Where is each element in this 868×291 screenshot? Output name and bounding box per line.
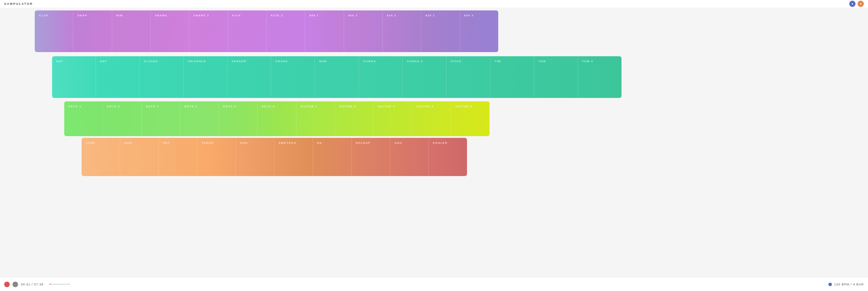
pad-cell-label: GUITAR 4 bbox=[417, 105, 434, 108]
pad-cell-label: CLAVES bbox=[144, 60, 158, 63]
pad-cell-label: GUITAR 5 bbox=[456, 105, 473, 108]
pad-cell[interactable]: CONGA 2 bbox=[403, 56, 446, 98]
pad-cell[interactable]: KEYS 4 bbox=[180, 101, 219, 136]
pad-cell-label: KEYS 5 bbox=[223, 105, 236, 108]
pad-cell-label: JYEA bbox=[86, 141, 95, 144]
pad-cell[interactable]: YEAUH bbox=[197, 138, 236, 176]
pad-cell[interactable]: 825 1 bbox=[421, 10, 460, 52]
pad-cell[interactable]: KEYS 6 bbox=[258, 101, 296, 136]
footer-right: 130 BPM / 4 BAR bbox=[828, 283, 864, 286]
pad-cell-label: SNAP bbox=[77, 14, 87, 17]
pad-cell[interactable]: KEYS 1 bbox=[64, 101, 103, 136]
pad-cell[interactable]: HA bbox=[313, 138, 352, 176]
pad-cell-label: HA bbox=[317, 141, 323, 144]
pad-cell[interactable]: HEY bbox=[159, 138, 197, 176]
pad-cell[interactable]: TRIANGLE bbox=[184, 56, 227, 98]
pad-cell[interactable]: GUITAR 3 bbox=[374, 101, 412, 136]
pad-cell-label: SNARE 2 bbox=[193, 14, 209, 17]
pad-cell[interactable]: SNARE 2 bbox=[189, 10, 228, 52]
pad-cell-label: KICK 2 bbox=[271, 14, 283, 17]
pad-cell-label: HAT bbox=[56, 60, 63, 63]
pad-cell-label: UGH bbox=[240, 141, 248, 144]
pad-cell-label: KEYS 3 bbox=[146, 105, 159, 108]
pad-cell-label: 824 2 bbox=[387, 14, 397, 17]
pad-cell-label: KEYS 1 bbox=[68, 105, 81, 108]
pad-cell[interactable]: DUN bbox=[315, 56, 359, 98]
pad-cell[interactable]: TOM bbox=[534, 56, 578, 98]
pad-cell[interactable]: CRASH bbox=[271, 56, 315, 98]
pad-cell[interactable]: JYEA bbox=[82, 138, 120, 176]
pad-cell-label: CRASH bbox=[275, 60, 288, 63]
pad-row-purple: CLAPSNAPRIMSNARESNARE 2KICKKICK 2808 180… bbox=[35, 10, 498, 52]
settings-button[interactable]: ● bbox=[858, 1, 864, 7]
pad-cell-label: CONGA bbox=[363, 60, 376, 63]
pad-cell-label: HAT bbox=[100, 60, 107, 63]
user-button[interactable]: ● bbox=[849, 1, 856, 7]
pad-cell[interactable]: 808 3 bbox=[460, 10, 498, 52]
pad-cell[interactable]: KEYS 3 bbox=[142, 101, 180, 136]
stop-button[interactable] bbox=[12, 282, 18, 287]
footer: 00:31 / 07:38 130 BPM / 4 BAR bbox=[0, 277, 868, 291]
pad-cell[interactable]: HAT bbox=[52, 56, 96, 98]
time-current: 00:31 bbox=[21, 283, 31, 286]
time-display: 00:31 / 07:38 bbox=[21, 283, 44, 286]
header-icons: ● ● bbox=[849, 1, 864, 7]
pad-cell[interactable]: SHAKER bbox=[227, 56, 271, 98]
pad-cell-label: KICK bbox=[232, 14, 241, 17]
pad-cell[interactable]: AWEYEAH bbox=[274, 138, 313, 176]
pad-cell[interactable]: KICK 2 bbox=[267, 10, 305, 52]
pad-cell-label: HOLDUP bbox=[356, 141, 371, 144]
pad-cell-label: HEY bbox=[163, 141, 170, 144]
pad-cell[interactable]: KEYS 2 bbox=[103, 101, 141, 136]
pad-cell[interactable]: 808 2 bbox=[344, 10, 383, 52]
pad-cell[interactable]: CLAVES bbox=[140, 56, 183, 98]
pad-cell[interactable]: GUITAR 5 bbox=[451, 101, 490, 136]
pad-cell[interactable]: HOLDUP bbox=[352, 138, 390, 176]
pad-cell-label: 808 1 bbox=[309, 14, 319, 17]
pad-cell[interactable]: TOM 2 bbox=[578, 56, 621, 98]
pad-cell[interactable]: KHALED bbox=[429, 138, 467, 176]
pad-row-teal: HATHATCLAVESTRIANGLESHAKERCRASHDUNCONGAC… bbox=[52, 56, 621, 98]
pad-row-green: KEYS 1KEYS 2KEYS 3KEYS 4KEYS 5KEYS 6GUIT… bbox=[64, 101, 490, 136]
pad-cell[interactable]: 824 2 bbox=[383, 10, 421, 52]
pad-cell[interactable]: CLAP bbox=[35, 10, 73, 52]
bpm-dot bbox=[828, 283, 832, 286]
pad-cell-label: KHALED bbox=[433, 141, 448, 144]
pad-cell[interactable]: UGH bbox=[390, 138, 429, 176]
pad-cell[interactable]: UGH bbox=[236, 138, 274, 176]
bpm-display: 130 BPM / 4 BAR bbox=[834, 283, 864, 286]
pad-cell-label: SHAKER bbox=[232, 60, 247, 63]
pad-cell[interactable]: STICK bbox=[446, 56, 490, 98]
pad-cell-label: RIM bbox=[116, 14, 123, 17]
pad-cell-label: UGH bbox=[394, 141, 402, 144]
pad-cell-label: CONGA 2 bbox=[407, 60, 423, 63]
pad-cell[interactable]: GUITAR 4 bbox=[412, 101, 451, 136]
pad-cell-label: CLAP bbox=[39, 14, 49, 17]
pad-cell-label: 808 2 bbox=[348, 14, 358, 17]
pad-cell-label: 808 3 bbox=[464, 14, 474, 17]
pad-cell-label: SNARE bbox=[155, 14, 167, 17]
pad-cell-label: STICK bbox=[451, 60, 462, 63]
pad-cell[interactable]: 808 1 bbox=[305, 10, 344, 52]
pad-cell-label: GUITAR 1 bbox=[301, 105, 318, 108]
pad-cell[interactable]: KICK bbox=[228, 10, 267, 52]
pad-cell[interactable]: SNAP bbox=[73, 10, 112, 52]
pad-cell[interactable]: UGH bbox=[120, 138, 159, 176]
pad-cell[interactable]: TIM bbox=[490, 56, 534, 98]
play-button[interactable] bbox=[4, 282, 10, 287]
pad-cell[interactable]: SNARE bbox=[151, 10, 189, 52]
pad-cell-label: TRIANGLE bbox=[188, 60, 206, 63]
pad-cell[interactable]: KEYS 5 bbox=[219, 101, 258, 136]
pad-cell-label: AWEYEAH bbox=[278, 141, 296, 144]
pad-cell[interactable]: GUITAR 2 bbox=[335, 101, 374, 136]
pad-cell-label: KEYS 2 bbox=[107, 105, 120, 108]
pad-cell[interactable]: HAT bbox=[96, 56, 140, 98]
pad-cell[interactable]: GUITAR 1 bbox=[297, 101, 335, 136]
time-separator: / bbox=[32, 283, 33, 286]
progress-bar bbox=[49, 284, 70, 285]
pad-cell[interactable]: RIM bbox=[112, 10, 151, 52]
app-title: SAMPULATOR bbox=[4, 2, 33, 6]
time-total: 07:38 bbox=[34, 283, 44, 286]
pad-cell[interactable]: CONGA bbox=[359, 56, 403, 98]
pad-cell-label: 825 1 bbox=[425, 14, 435, 17]
